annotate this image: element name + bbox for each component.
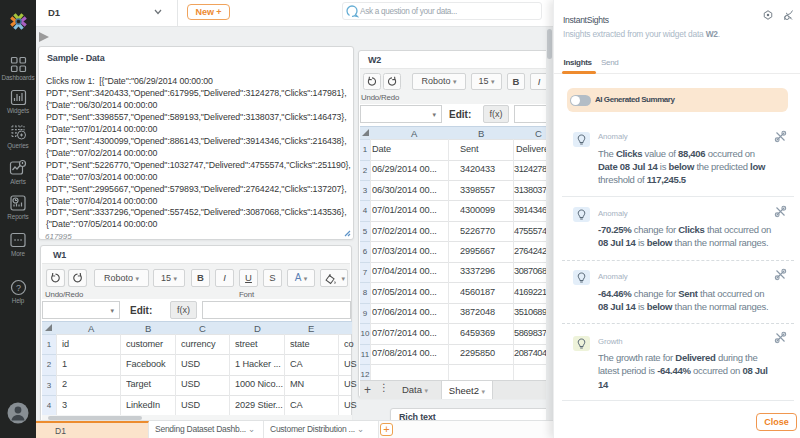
svg-text:?: ?: [16, 283, 21, 293]
